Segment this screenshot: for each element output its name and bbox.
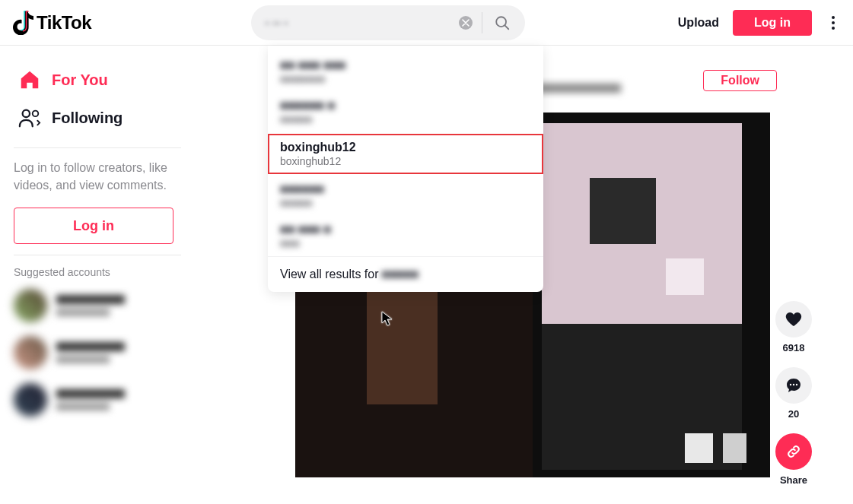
- divider: [14, 147, 181, 148]
- svg-point-1: [23, 110, 30, 117]
- comment-count: 20: [788, 408, 799, 420]
- follow-button[interactable]: Follow: [703, 70, 777, 91]
- suggested-accounts-title: Suggested accounts: [14, 266, 259, 278]
- search-button[interactable]: [485, 6, 519, 40]
- svg-point-2: [33, 111, 39, 117]
- suggestion-title: boxinghub12: [280, 141, 531, 154]
- link-icon: [785, 443, 802, 460]
- more-menu-button[interactable]: [826, 13, 841, 33]
- upload-link[interactable]: Upload: [678, 16, 719, 30]
- suggestion-subtitle: ■■■: [280, 237, 531, 249]
- like-button[interactable]: [775, 301, 812, 338]
- search-suggestion[interactable]: ■■■■■■ ■ ■■■■■: [268, 92, 543, 132]
- suggested-account[interactable]: [14, 289, 259, 322]
- home-icon: [18, 68, 41, 91]
- suggestion-subtitle: ■■■■■: [280, 197, 531, 209]
- comment-action: 20: [775, 367, 812, 420]
- suggestion-title: ■■■■■■: [280, 182, 531, 196]
- suggestion-subtitle: ■■■■■: [280, 113, 531, 125]
- cursor-icon: [380, 310, 394, 327]
- close-icon: [462, 19, 469, 27]
- share-label: Share: [780, 474, 807, 486]
- account-info: [56, 342, 125, 363]
- suggestion-title: ■■ ■■■ ■: [280, 223, 531, 236]
- nav-following[interactable]: Following: [14, 99, 259, 137]
- avatar: [14, 289, 47, 322]
- like-action: 6918: [775, 301, 812, 353]
- search-icon: [494, 14, 511, 31]
- view-all-results[interactable]: View all results for ■■■■■: [268, 256, 543, 292]
- following-icon: [18, 106, 41, 129]
- suggestion-subtitle: ■■■■■■■: [280, 73, 531, 85]
- view-all-label: View all results for: [280, 268, 379, 281]
- suggested-account[interactable]: [14, 336, 259, 369]
- logo-text: TikTok: [37, 12, 91, 33]
- account-info: [56, 389, 125, 410]
- dot-icon: [832, 27, 835, 30]
- avatar: [14, 383, 47, 417]
- view-all-query: ■■■■■: [382, 268, 419, 281]
- suggestion-title: ■■ ■■■ ■■■: [280, 59, 531, 72]
- share-button[interactable]: [775, 433, 812, 470]
- search-suggestion[interactable]: ■■ ■■■ ■■■ ■■■■■■■: [268, 52, 543, 92]
- search-suggestion-highlighted[interactable]: boxinghub12 boxinghub12: [268, 134, 543, 174]
- tiktok-logo-icon: [12, 11, 33, 35]
- logo[interactable]: TikTok: [12, 11, 91, 35]
- video-actions: 6918 20 Share: [775, 301, 812, 495]
- nav-label: For You: [52, 71, 108, 89]
- login-button-sidebar[interactable]: Log in: [14, 208, 173, 244]
- nav-for-you[interactable]: For You: [14, 61, 259, 99]
- header: TikTok Upload Log in: [0, 0, 853, 46]
- search-box[interactable]: [251, 5, 525, 40]
- svg-point-4: [793, 384, 794, 385]
- search-container: [251, 5, 525, 40]
- account-info: [56, 295, 125, 316]
- suggestion-title: ■■■■■■ ■: [280, 99, 531, 113]
- suggested-account[interactable]: [14, 383, 259, 417]
- share-action: Share: [775, 433, 812, 486]
- svg-point-5: [796, 384, 797, 385]
- search-suggestion[interactable]: ■■■■■■ ■■■■■: [268, 176, 543, 216]
- like-count: 6918: [783, 342, 805, 353]
- svg-point-3: [790, 384, 791, 385]
- dot-icon: [832, 21, 835, 24]
- clear-search-button[interactable]: [459, 16, 473, 30]
- comment-icon: [785, 376, 803, 395]
- suggestion-subtitle: boxinghub12: [280, 155, 531, 167]
- sidebar: For You Following Log in to follow creat…: [0, 46, 259, 445]
- search-input[interactable]: [265, 16, 459, 30]
- nav-label: Following: [52, 109, 123, 127]
- search-separator: [482, 12, 482, 33]
- search-suggestion[interactable]: ■■ ■■■ ■ ■■■: [268, 216, 543, 256]
- avatar: [14, 336, 47, 369]
- comment-button[interactable]: [775, 367, 812, 404]
- header-right: Upload Log in: [678, 10, 841, 36]
- login-button-header[interactable]: Log in: [733, 10, 812, 36]
- heart-icon: [785, 310, 803, 328]
- search-dropdown: ■■ ■■■ ■■■ ■■■■■■■ ■■■■■■ ■ ■■■■■ boxing…: [268, 46, 543, 292]
- login-prompt-text: Log in to follow creators, like videos, …: [14, 159, 173, 194]
- divider: [14, 255, 181, 255]
- dot-icon: [832, 16, 835, 19]
